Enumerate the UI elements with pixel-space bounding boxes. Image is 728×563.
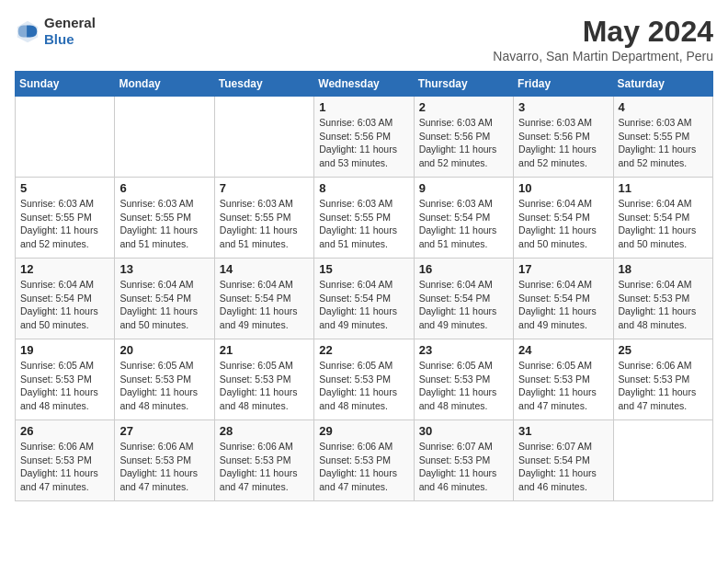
week-row-3: 12Sunrise: 6:04 AM Sunset: 5:54 PM Dayli… <box>16 259 713 339</box>
day-info: Sunrise: 6:04 AM Sunset: 5:54 PM Dayligh… <box>20 278 109 332</box>
day-info: Sunrise: 6:04 AM Sunset: 5:54 PM Dayligh… <box>518 278 608 332</box>
calendar-cell: 13Sunrise: 6:04 AM Sunset: 5:54 PM Dayli… <box>115 259 214 339</box>
calendar-cell: 1Sunrise: 6:03 AM Sunset: 5:56 PM Daylig… <box>314 97 414 178</box>
logo-icon <box>15 18 40 44</box>
day-info: Sunrise: 6:05 AM Sunset: 5:53 PM Dayligh… <box>518 359 608 413</box>
day-number: 13 <box>119 262 209 276</box>
month-year: May 2024 <box>493 15 713 49</box>
header-monday: Monday <box>115 72 214 97</box>
day-info: Sunrise: 6:05 AM Sunset: 5:53 PM Dayligh… <box>319 359 408 413</box>
calendar-cell: 9Sunrise: 6:03 AM Sunset: 5:54 PM Daylig… <box>414 178 513 259</box>
day-number: 25 <box>619 343 708 357</box>
calendar-cell: 14Sunrise: 6:04 AM Sunset: 5:54 PM Dayli… <box>214 259 313 339</box>
calendar-cell: 21Sunrise: 6:05 AM Sunset: 5:53 PM Dayli… <box>214 339 313 420</box>
calendar-cell: 24Sunrise: 6:05 AM Sunset: 5:53 PM Dayli… <box>514 339 613 420</box>
logo: General Blue <box>15 15 96 48</box>
calendar-cell: 25Sunrise: 6:06 AM Sunset: 5:53 PM Dayli… <box>613 339 712 420</box>
calendar-cell: 11Sunrise: 6:04 AM Sunset: 5:54 PM Dayli… <box>613 178 712 259</box>
calendar-cell: 17Sunrise: 6:04 AM Sunset: 5:54 PM Dayli… <box>514 259 613 339</box>
week-row-2: 5Sunrise: 6:03 AM Sunset: 5:55 PM Daylig… <box>16 178 713 259</box>
calendar-cell <box>214 97 313 178</box>
calendar-cell: 23Sunrise: 6:05 AM Sunset: 5:53 PM Dayli… <box>414 339 513 420</box>
calendar-cell: 10Sunrise: 6:04 AM Sunset: 5:54 PM Dayli… <box>514 178 613 259</box>
header-thursday: Thursday <box>414 72 513 97</box>
header-tuesday: Tuesday <box>214 72 313 97</box>
calendar-cell <box>16 97 115 178</box>
day-number: 15 <box>319 262 408 276</box>
day-info: Sunrise: 6:04 AM Sunset: 5:54 PM Dayligh… <box>220 278 309 332</box>
day-info: Sunrise: 6:06 AM Sunset: 5:53 PM Dayligh… <box>319 440 408 494</box>
day-number: 6 <box>119 181 209 195</box>
calendar-cell: 30Sunrise: 6:07 AM Sunset: 5:53 PM Dayli… <box>414 420 513 501</box>
day-info: Sunrise: 6:04 AM Sunset: 5:54 PM Dayligh… <box>518 197 608 251</box>
logo-general: General <box>44 15 96 30</box>
week-row-1: 1Sunrise: 6:03 AM Sunset: 5:56 PM Daylig… <box>16 97 713 178</box>
calendar-cell: 16Sunrise: 6:04 AM Sunset: 5:54 PM Dayli… <box>414 259 513 339</box>
day-number: 27 <box>119 424 209 438</box>
title-block: May 2024 Navarro, San Martin Department,… <box>493 15 713 63</box>
day-number: 28 <box>220 424 309 438</box>
page-header: General Blue May 2024 Navarro, San Marti… <box>15 15 713 63</box>
day-number: 22 <box>319 343 408 357</box>
day-number: 29 <box>319 424 408 438</box>
calendar-cell <box>115 97 214 178</box>
day-info: Sunrise: 6:03 AM Sunset: 5:56 PM Dayligh… <box>518 116 608 170</box>
calendar-cell: 27Sunrise: 6:06 AM Sunset: 5:53 PM Dayli… <box>115 420 214 501</box>
day-info: Sunrise: 6:03 AM Sunset: 5:55 PM Dayligh… <box>20 197 109 251</box>
calendar-cell: 6Sunrise: 6:03 AM Sunset: 5:55 PM Daylig… <box>115 178 214 259</box>
day-info: Sunrise: 6:04 AM Sunset: 5:53 PM Dayligh… <box>619 278 708 332</box>
day-number: 23 <box>419 343 508 357</box>
day-number: 2 <box>419 100 508 114</box>
calendar-cell: 4Sunrise: 6:03 AM Sunset: 5:55 PM Daylig… <box>613 97 712 178</box>
calendar-cell: 18Sunrise: 6:04 AM Sunset: 5:53 PM Dayli… <box>613 259 712 339</box>
day-number: 31 <box>518 424 608 438</box>
day-info: Sunrise: 6:04 AM Sunset: 5:54 PM Dayligh… <box>619 197 708 251</box>
day-info: Sunrise: 6:03 AM Sunset: 5:56 PM Dayligh… <box>319 116 408 170</box>
day-info: Sunrise: 6:04 AM Sunset: 5:54 PM Dayligh… <box>419 278 508 332</box>
day-number: 8 <box>319 181 408 195</box>
day-number: 18 <box>619 262 708 276</box>
day-number: 17 <box>518 262 608 276</box>
day-number: 10 <box>518 181 608 195</box>
calendar-cell: 12Sunrise: 6:04 AM Sunset: 5:54 PM Dayli… <box>16 259 115 339</box>
calendar-cell: 3Sunrise: 6:03 AM Sunset: 5:56 PM Daylig… <box>514 97 613 178</box>
calendar-cell: 15Sunrise: 6:04 AM Sunset: 5:54 PM Dayli… <box>314 259 414 339</box>
day-number: 12 <box>20 262 109 276</box>
day-info: Sunrise: 6:06 AM Sunset: 5:53 PM Dayligh… <box>20 440 109 494</box>
day-number: 11 <box>619 181 708 195</box>
day-number: 16 <box>419 262 508 276</box>
day-number: 26 <box>20 424 109 438</box>
day-info: Sunrise: 6:05 AM Sunset: 5:53 PM Dayligh… <box>119 359 209 413</box>
day-number: 21 <box>220 343 309 357</box>
day-number: 19 <box>20 343 109 357</box>
day-info: Sunrise: 6:03 AM Sunset: 5:56 PM Dayligh… <box>419 116 508 170</box>
day-info: Sunrise: 6:05 AM Sunset: 5:53 PM Dayligh… <box>220 359 309 413</box>
location: Navarro, San Martin Department, Peru <box>493 49 713 63</box>
day-number: 9 <box>419 181 508 195</box>
week-row-5: 26Sunrise: 6:06 AM Sunset: 5:53 PM Dayli… <box>16 420 713 501</box>
day-number: 1 <box>319 100 408 114</box>
header-saturday: Saturday <box>613 72 712 97</box>
calendar-cell: 5Sunrise: 6:03 AM Sunset: 5:55 PM Daylig… <box>16 178 115 259</box>
day-info: Sunrise: 6:05 AM Sunset: 5:53 PM Dayligh… <box>419 359 508 413</box>
day-info: Sunrise: 6:03 AM Sunset: 5:55 PM Dayligh… <box>319 197 408 251</box>
calendar-cell <box>613 420 712 501</box>
calendar-header: SundayMondayTuesdayWednesdayThursdayFrid… <box>16 72 713 97</box>
logo-text: General Blue <box>44 15 96 48</box>
day-info: Sunrise: 6:05 AM Sunset: 5:53 PM Dayligh… <box>20 359 109 413</box>
day-info: Sunrise: 6:06 AM Sunset: 5:53 PM Dayligh… <box>119 440 209 494</box>
header-row: SundayMondayTuesdayWednesdayThursdayFrid… <box>16 72 713 97</box>
calendar-cell: 8Sunrise: 6:03 AM Sunset: 5:55 PM Daylig… <box>314 178 414 259</box>
header-friday: Friday <box>514 72 613 97</box>
logo-blue: Blue <box>44 31 74 47</box>
header-wednesday: Wednesday <box>314 72 414 97</box>
day-number: 30 <box>419 424 508 438</box>
day-info: Sunrise: 6:07 AM Sunset: 5:54 PM Dayligh… <box>518 440 608 494</box>
day-number: 24 <box>518 343 608 357</box>
calendar-body: 1Sunrise: 6:03 AM Sunset: 5:56 PM Daylig… <box>16 97 713 501</box>
day-info: Sunrise: 6:03 AM Sunset: 5:55 PM Dayligh… <box>220 197 309 251</box>
day-info: Sunrise: 6:03 AM Sunset: 5:55 PM Dayligh… <box>119 197 209 251</box>
day-number: 20 <box>119 343 209 357</box>
day-info: Sunrise: 6:03 AM Sunset: 5:55 PM Dayligh… <box>619 116 708 170</box>
calendar-cell: 2Sunrise: 6:03 AM Sunset: 5:56 PM Daylig… <box>414 97 513 178</box>
